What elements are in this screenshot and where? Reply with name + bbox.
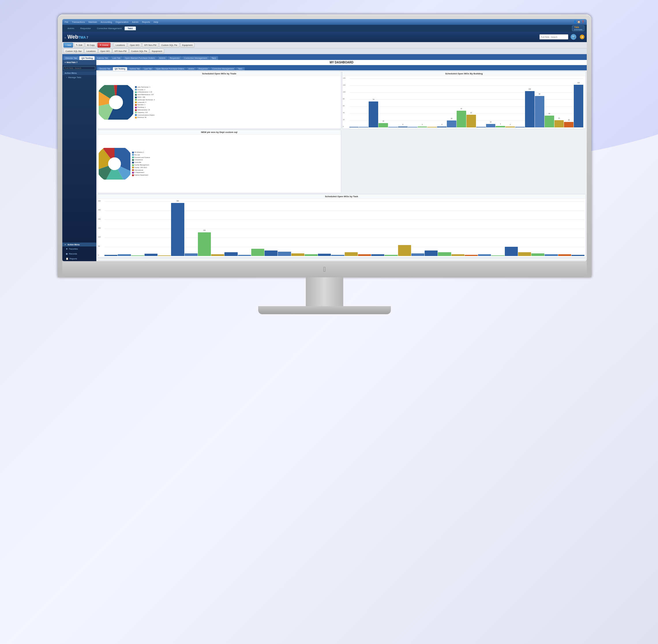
db-tab-last[interactable]: Last Tab	[142, 67, 153, 70]
chevron-right-icon: ›	[66, 76, 67, 79]
tab-qa[interactable]: QA Testing	[79, 56, 95, 60]
bar	[211, 254, 224, 256]
db-tab-director[interactable]: Director Tab	[97, 67, 112, 70]
reports-icon: 📋	[66, 257, 68, 260]
sidebar-records[interactable]: ◉ Records	[62, 251, 96, 256]
bar	[118, 254, 131, 256]
stand-base	[258, 306, 391, 314]
screen-content: File Transactions Maintain Accounting Or…	[62, 19, 587, 261]
bar	[305, 254, 317, 256]
bar	[518, 252, 531, 256]
open-wo-btn2[interactable]: Open WO	[98, 49, 112, 54]
tab-director[interactable]: Director Tab	[63, 56, 79, 60]
bar-chart-task-area: 290 130	[105, 201, 585, 256]
sidebar-search-input[interactable]	[63, 66, 95, 70]
outer-tab-requestor[interactable]: Requestor	[77, 26, 94, 30]
chart-dept-pie: NEW pie wos by Dept custom sql	[97, 130, 341, 193]
bar	[345, 252, 358, 256]
custom-sql-button[interactable]: Custom SQL Pie	[159, 43, 179, 48]
search-button[interactable]: 🔍	[571, 34, 576, 40]
legend-item: units Technician: 1	[135, 86, 155, 89]
kpi-button[interactable]: KPI Non-PM	[142, 43, 158, 48]
open-wo-button[interactable]: Open WO	[128, 43, 141, 48]
legend-item: K Department	[132, 171, 150, 174]
edit-button[interactable]: ✎ Edit	[74, 43, 84, 48]
sidebar-manage-tabs[interactable]: › Manage Tabs	[62, 75, 96, 80]
bar	[359, 127, 368, 128]
locations-btn2[interactable]: Locations	[84, 49, 97, 54]
legend-item: Communications Engine	[135, 114, 155, 116]
tab-antrim[interactable]: Antrim	[157, 56, 168, 60]
bar	[558, 254, 571, 256]
stand-neck	[306, 277, 343, 306]
locations-button[interactable]: Locations	[114, 43, 127, 48]
outer-tab-antrim[interactable]: Antrim	[65, 26, 77, 30]
outer-nav: Antrim Requestor Corrective Management T…	[62, 25, 587, 32]
bar	[411, 253, 424, 256]
sidebar-reports[interactable]: 📋 Reports	[62, 256, 96, 261]
bar	[452, 254, 464, 256]
custom-sql-bar-btn[interactable]: Custom SQL Bar	[63, 49, 84, 54]
delete-button[interactable]: ✕ Delete	[97, 43, 110, 48]
nav-help[interactable]: Help	[153, 21, 158, 23]
bar: 122	[574, 85, 583, 128]
tab-last[interactable]: Last Tab	[110, 56, 122, 60]
chart-task-body: 050100150200250300	[97, 199, 586, 257]
add-button[interactable]: + Add	[63, 43, 73, 48]
db-tab-katrina[interactable]: Katrina Tab	[128, 67, 141, 70]
tab-requestor[interactable]: Requestor	[168, 56, 182, 60]
bar	[388, 127, 398, 128]
apple-logo: 	[323, 265, 326, 273]
db-tab-qa[interactable]: QA Testing	[113, 67, 128, 70]
nav-admin[interactable]: Admin	[132, 21, 139, 23]
db-tab-tab1[interactable]: Tab1	[236, 67, 244, 70]
second-toolbar: Custom SQL Bar Locations Open WO KPI Non…	[62, 48, 587, 54]
equipment-button[interactable]: Equipment	[180, 43, 195, 48]
bar	[398, 245, 411, 256]
db-tab-corrective[interactable]: Corrective Management	[210, 67, 236, 70]
copy-button[interactable]: ⧉ Copy	[85, 43, 97, 48]
tab-katrina[interactable]: Katrina Tab	[95, 56, 110, 60]
bar	[318, 254, 331, 256]
legend-item: Grounds: 2	[135, 89, 155, 91]
db-tab-requestor[interactable]: Requestor	[196, 67, 210, 70]
chart-trade-body: units Technician: 1 Grounds: 2 al Mainte…	[97, 76, 341, 129]
db-tab-blanket[interactable]: Open Blanket Purchase Orders	[154, 67, 186, 70]
bar	[545, 254, 557, 256]
svg-point-12	[108, 157, 121, 170]
pie2-svg	[98, 148, 130, 180]
kpi-btn2[interactable]: KPI Non-PM	[112, 49, 129, 54]
bar	[331, 255, 344, 256]
bar: 3	[437, 127, 446, 128]
chart-tech-bar: Scheduled Open WOs By Technician 0501001…	[97, 258, 586, 260]
bar: 13	[378, 123, 388, 128]
equipment-btn2[interactable]: Equipment	[150, 49, 164, 54]
nav-organization[interactable]: Organization	[115, 21, 128, 23]
tab-blanket[interactable]: Open Blanket Purchase Orders	[123, 56, 157, 60]
outer-tab-corrective[interactable]: Corrective Management	[94, 26, 124, 30]
tma-logo: TMA SYSTEMS	[572, 25, 585, 31]
nav-file[interactable]: File	[65, 21, 68, 23]
nav-transactions[interactable]: Transactions	[72, 21, 85, 23]
star-button[interactable]: ★	[580, 34, 585, 39]
chart-building-title: Scheduled Open WOs By Building	[343, 71, 586, 76]
search-input[interactable]	[540, 34, 568, 40]
nav-accounting[interactable]: Accounting	[101, 21, 112, 23]
chart-tech-title: Scheduled Open WOs By Technician	[97, 258, 586, 260]
nav-maintain[interactable]: Maintain	[88, 21, 97, 23]
outer-tab-tab1[interactable]: Tab1	[125, 26, 136, 30]
nav-reports[interactable]: Reports	[142, 21, 150, 23]
imac-container: File Transactions Maintain Accounting Or…	[58, 15, 591, 314]
tab-tab1[interactable]: Tab1	[210, 56, 218, 60]
db-tab-antrim[interactable]: Antrim	[187, 67, 196, 70]
star-icon: ★	[66, 248, 68, 250]
bar	[265, 251, 278, 256]
tab-corrective[interactable]: Corrective Management	[182, 56, 209, 60]
sidebar-favorites[interactable]: ★ Favorites	[62, 247, 96, 251]
legend-item: Facility Management	[132, 164, 150, 166]
bar	[425, 251, 438, 256]
app: File Transactions Maintain Accounting Or…	[62, 19, 587, 261]
main-dashboard: MY DASHBOARD Director Tab QA Testing Kat…	[96, 60, 587, 261]
custom-sql-pie-btn[interactable]: Custom SQL Pie	[129, 49, 149, 54]
legend-item: International	[132, 169, 150, 171]
